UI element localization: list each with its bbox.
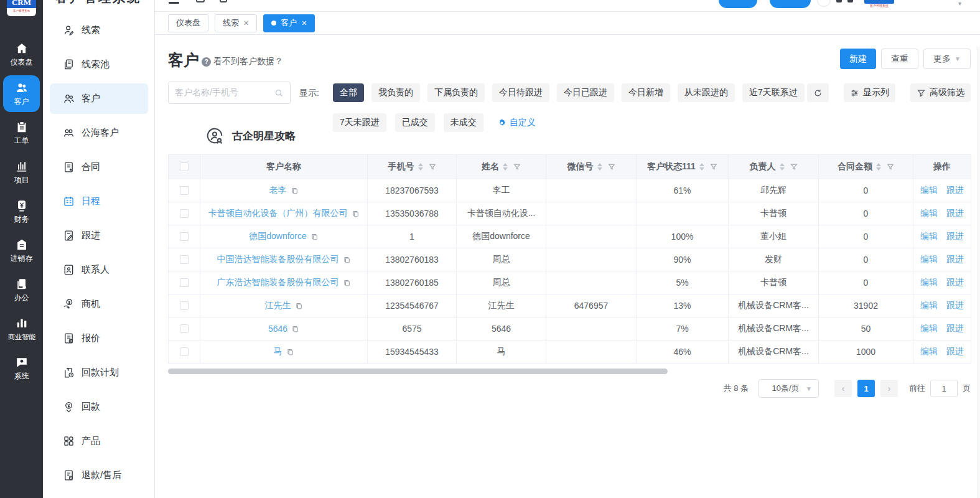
copy-icon[interactable]: [343, 279, 351, 287]
row-checkbox[interactable]: [180, 301, 189, 310]
edit-link[interactable]: 编辑: [920, 300, 938, 310]
filter-funnel-icon[interactable]: [710, 163, 717, 171]
filter-chip-7[interactable]: 近7天联系过: [742, 83, 805, 102]
row-checkbox[interactable]: [180, 232, 189, 241]
secondary-nav-item-11[interactable]: 回款: [43, 390, 155, 424]
sort-icon[interactable]: [876, 163, 881, 171]
hamburger-icon[interactable]: [169, 0, 179, 4]
follow-link[interactable]: 跟进: [946, 254, 964, 264]
edit-link[interactable]: 编辑: [920, 185, 938, 195]
customer-name-link[interactable]: 江先生: [265, 300, 291, 311]
filter-chip-5[interactable]: 今日新增: [622, 83, 670, 102]
secondary-nav-item-9[interactable]: 报价: [43, 321, 155, 355]
follow-link[interactable]: 跟进: [946, 185, 964, 195]
nav-chevron-down-icon[interactable]: ▾: [958, 0, 961, 7]
sort-icon[interactable]: [780, 163, 785, 171]
secondary-nav-item-3[interactable]: 公海客户: [43, 116, 155, 150]
primary-nav-item-5[interactable]: 进销存: [0, 231, 43, 270]
select-all-checkbox[interactable]: [180, 162, 189, 171]
search-input[interactable]: 客户名称/手机号: [168, 82, 291, 104]
secondary-nav-item-1[interactable]: 线索池: [43, 47, 155, 82]
primary-nav-item-1[interactable]: 客户: [0, 74, 43, 113]
scrollbar-thumb[interactable]: [168, 369, 668, 374]
refresh-button[interactable]: [807, 83, 829, 102]
copy-icon[interactable]: [291, 325, 299, 333]
row-checkbox[interactable]: [180, 278, 189, 287]
sort-icon[interactable]: [503, 163, 508, 171]
prev-page-button[interactable]: ‹: [834, 380, 852, 397]
help-icon[interactable]: ?: [202, 57, 211, 67]
columns-button[interactable]: 显示列: [844, 83, 895, 102]
nav-icon-2[interactable]: [220, 0, 227, 2]
follow-link[interactable]: 跟进: [946, 208, 964, 218]
filter-funnel-icon[interactable]: [887, 163, 894, 171]
edit-link[interactable]: 编辑: [920, 323, 938, 333]
secondary-nav-item-13[interactable]: 退款/售后: [43, 458, 155, 492]
secondary-nav-item-8[interactable]: 商机: [43, 287, 155, 321]
customer-name-link[interactable]: 德国downforce: [249, 231, 307, 242]
filter-chip-row2-1[interactable]: 已成交: [395, 113, 435, 132]
goto-page-input[interactable]: 1: [930, 380, 958, 397]
row-checkbox[interactable]: [180, 186, 189, 195]
edit-link[interactable]: 编辑: [920, 346, 938, 356]
copy-icon[interactable]: [352, 210, 360, 218]
filter-chip-4[interactable]: 今日已跟进: [557, 83, 614, 102]
secondary-nav-item-10[interactable]: 回款计划: [43, 355, 155, 390]
secondary-nav-item-4[interactable]: 合同: [43, 150, 155, 184]
create-button[interactable]: 新建: [840, 49, 876, 69]
follow-link[interactable]: 跟进: [946, 231, 964, 241]
follow-link[interactable]: 跟进: [946, 300, 964, 310]
copy-icon[interactable]: [295, 302, 303, 310]
filter-chip-0[interactable]: 全部: [333, 83, 364, 102]
tab-1[interactable]: 线索✕: [215, 14, 257, 32]
primary-nav-item-3[interactable]: 项目: [0, 153, 43, 192]
secondary-nav-item-7[interactable]: 联系人: [43, 253, 155, 287]
row-checkbox[interactable]: [180, 255, 189, 264]
customer-name-link[interactable]: 卡普顿自动化设备（广州）有限公司: [208, 208, 348, 219]
filter-chip-row2-2[interactable]: 未成交: [444, 113, 483, 132]
vertical-scrollbar-track[interactable]: [977, 47, 980, 498]
customer-name-link[interactable]: 5646: [268, 324, 287, 334]
current-page-button[interactable]: 1: [857, 380, 875, 397]
secondary-nav-item-2[interactable]: 客户: [43, 82, 155, 116]
follow-link[interactable]: 跟进: [946, 323, 964, 333]
primary-nav-item-2[interactable]: 工单: [0, 113, 43, 153]
nav-icon-3[interactable]: [836, 0, 842, 2]
follow-link[interactable]: 跟进: [946, 346, 964, 356]
primary-nav-item-7[interactable]: 商业智能: [0, 309, 43, 349]
filter-chip-1[interactable]: 我负责的: [371, 83, 420, 102]
filter-funnel-icon[interactable]: [608, 163, 615, 171]
custom-filter-button[interactable]: 自定义: [497, 117, 536, 128]
nav-icon-1[interactable]: [196, 0, 205, 2]
primary-nav-item-8[interactable]: 系统: [0, 349, 43, 388]
customer-name-link[interactable]: 马: [274, 346, 282, 357]
dedupe-button[interactable]: 查重: [881, 49, 918, 69]
nav-icon-4[interactable]: [847, 0, 853, 2]
nav-pill-button-2[interactable]: [770, 0, 811, 8]
filter-funnel-icon[interactable]: [790, 163, 798, 171]
primary-nav-item-4[interactable]: 财务: [0, 192, 43, 231]
filter-chip-6[interactable]: 从未跟进的: [678, 83, 735, 102]
primary-nav-item-6[interactable]: 办公: [0, 270, 43, 309]
primary-nav-item-0[interactable]: 仪表盘: [0, 35, 43, 74]
secondary-nav-item-12[interactable]: 产品: [43, 424, 155, 458]
secondary-nav-item-0[interactable]: 线索: [43, 13, 155, 47]
copy-icon[interactable]: [310, 233, 319, 241]
row-checkbox[interactable]: [180, 324, 189, 333]
more-button[interactable]: 更多▼: [923, 49, 971, 69]
row-checkbox[interactable]: [180, 347, 189, 356]
row-checkbox[interactable]: [180, 209, 189, 218]
page-size-select[interactable]: 10条/页 ▼: [758, 379, 819, 398]
sort-icon[interactable]: [699, 163, 704, 171]
edit-link[interactable]: 编辑: [920, 231, 938, 241]
follow-link[interactable]: 跟进: [946, 277, 964, 287]
customer-name-link[interactable]: 中国浩达智能装备股份有限公司: [217, 254, 339, 265]
tab-2[interactable]: 客户✕: [263, 14, 315, 32]
nav-pill-button-1[interactable]: [719, 0, 757, 8]
edit-link[interactable]: 编辑: [920, 277, 938, 287]
tab-0[interactable]: 仪表盘: [168, 14, 208, 32]
advanced-filter-button[interactable]: 高级筛选: [910, 83, 971, 102]
copy-icon[interactable]: [343, 256, 351, 264]
nav-bell-icon[interactable]: [817, 0, 831, 7]
copy-icon[interactable]: [286, 348, 294, 356]
